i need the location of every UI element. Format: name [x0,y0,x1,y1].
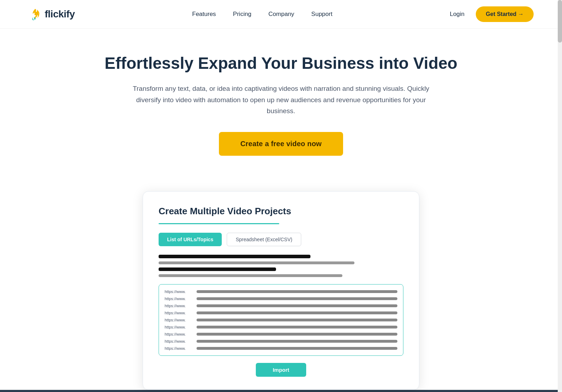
demo-wrapper: Create Multiple Video Projects List of U… [0,191,562,390]
import-row: Import [159,363,403,377]
url-row-3: https://www. [165,304,397,308]
url-bar-1 [197,290,397,293]
url-bar-4 [197,311,397,314]
url-label-1: https://www. [165,289,193,294]
url-row-1: https://www. [165,289,397,294]
demo-card-title: Create Multiple Video Projects [159,206,403,217]
url-row-2: https://www. [165,297,397,301]
url-label-4: https://www. [165,311,193,315]
get-started-button[interactable]: Get Started → [476,6,534,22]
url-bar-7 [197,333,397,336]
url-label-8: https://www. [165,339,193,343]
text-line-2 [159,261,354,264]
nav-support[interactable]: Support [311,11,332,18]
url-row-4: https://www. [165,311,397,315]
nav-features[interactable]: Features [192,11,216,18]
url-label-9: https://www. [165,346,193,350]
hero-title: Effortlessly Expand Your Business into V… [43,54,519,73]
tab-row: List of URLs/Topics Spreadsheet (Excel/C… [159,233,403,246]
cta-button[interactable]: Create a free video now [219,132,343,156]
url-row-9: https://www. [165,346,397,350]
main-nav: Features Pricing Company Support [192,11,332,18]
url-label-2: https://www. [165,297,193,301]
nav-pricing[interactable]: Pricing [233,11,252,18]
url-bar-3 [197,304,397,307]
nav-right: Login Get Started → [450,6,534,22]
hero-section: Effortlessly Expand Your Business into V… [0,29,562,191]
url-bar-9 [197,347,397,350]
nav-company[interactable]: Company [269,11,294,18]
url-area: https://www. https://www. https://www. h… [159,284,403,356]
logo-icon [28,7,42,21]
tab-urls[interactable]: List of URLs/Topics [159,233,222,246]
text-line-4 [159,274,342,277]
demo-divider [159,223,279,224]
demo-card: Create Multiple Video Projects List of U… [143,191,419,390]
hero-subtitle: Transform any text, data, or idea into c… [121,83,441,116]
logo-text: flickify [45,9,75,20]
url-row-6: https://www. [165,325,397,329]
text-line-3 [159,267,276,271]
url-label-7: https://www. [165,332,193,336]
url-bar-2 [197,297,397,300]
url-row-5: https://www. [165,318,397,322]
url-row-8: https://www. [165,339,397,343]
url-bar-8 [197,340,397,343]
url-label-5: https://www. [165,318,193,322]
logo-area: flickify [28,7,75,21]
bottom-section: Ways to Leverage Flickify For Your Busin… [0,390,562,392]
url-label-6: https://www. [165,325,193,329]
url-row-7: https://www. [165,332,397,336]
url-bar-5 [197,319,397,321]
url-bar-6 [197,326,397,328]
scrollbar-thumb[interactable] [558,0,562,43]
text-line-1 [159,255,310,258]
header: flickify Features Pricing Company Suppor… [0,0,562,29]
tab-spreadsheet[interactable]: Spreadsheet (Excel/CSV) [227,233,301,246]
scrollbar[interactable] [558,0,562,392]
text-lines-area [159,255,403,277]
login-link[interactable]: Login [450,11,465,18]
import-button[interactable]: Import [256,363,307,377]
url-label-3: https://www. [165,304,193,308]
